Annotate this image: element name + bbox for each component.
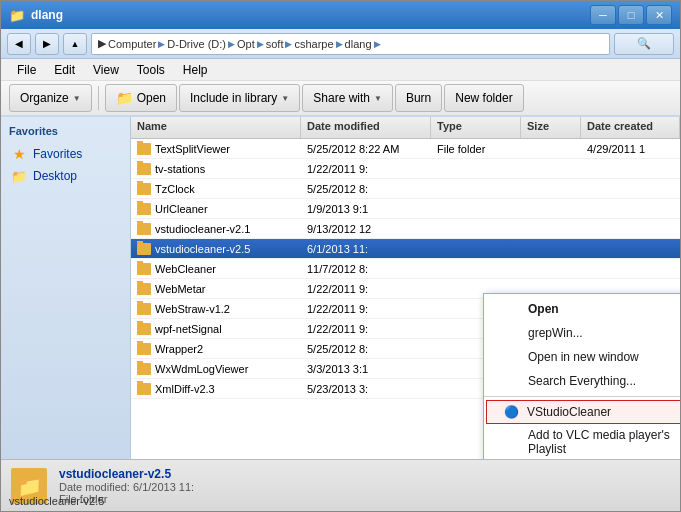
ctx-label-2: Open in new window [528,350,639,364]
file-size-3 [521,207,581,211]
new-folder-label: New folder [455,91,512,105]
ctx-icon-4: 🔵 [503,404,519,420]
context-menu-item-5[interactable]: Add to VLC media player's Playlist [484,424,680,459]
ctx-icon-empty-1 [504,325,520,341]
file-size-4 [521,227,581,231]
menu-file[interactable]: File [9,61,44,79]
file-date-5: 6/1/2013 11: [301,241,431,257]
up-button[interactable]: ▲ [63,33,87,55]
file-list-header: Name Date modified Type Size Date create… [131,117,680,139]
sidebar-item-favorites[interactable]: ★ Favorites [7,143,124,165]
breadcrumb-item[interactable]: ▶ [98,37,106,50]
breadcrumb-sep1: ▶ [158,39,165,49]
main-area: Favorites ★ Favorites 📁 Desktop Name Dat… [1,117,680,459]
organize-button[interactable]: Organize ▼ [9,84,92,112]
col-header-type[interactable]: Type [431,117,521,138]
folder-icon-4 [137,223,151,235]
file-size-1 [521,167,581,171]
context-menu-item-4[interactable]: 🔵VStudioCleaner [486,400,680,424]
minimize-button[interactable]: ─ [590,5,616,25]
menu-view[interactable]: View [85,61,127,79]
file-created-4 [581,227,680,231]
folder-icon-9 [137,323,151,335]
col-header-datecreated[interactable]: Date created [581,117,680,138]
table-row[interactable]: WebCleaner 11/7/2012 8: [131,259,680,279]
file-name-2: TzClock [155,183,195,195]
window-title: dlang [31,8,63,22]
share-with-button[interactable]: Share with ▼ [302,84,393,112]
toolbar: Organize ▼ 📁 Open Include in library ▼ S… [1,81,680,117]
new-folder-button[interactable]: New folder [444,84,523,112]
breadcrumb-dlang[interactable]: dlang [345,38,372,50]
sidebar-item-desktop[interactable]: 📁 Desktop [7,165,124,187]
include-library-arrow: ▼ [281,94,289,103]
breadcrumb[interactable]: ▶ Computer ▶ D-Drive (D:) ▶ Opt ▶ soft ▶… [91,33,610,55]
col-header-size[interactable]: Size [521,117,581,138]
file-created-5 [581,247,680,251]
menu-tools[interactable]: Tools [129,61,173,79]
context-menu: OpengrepWin...Open in new windowSearch E… [483,293,680,459]
title-bar: 📁 dlang ─ □ ✕ [1,1,680,29]
menu-edit[interactable]: Edit [46,61,83,79]
breadcrumb-drive[interactable]: D-Drive (D:) [167,38,226,50]
file-type-3 [431,207,521,211]
file-created-1 [581,167,680,171]
menu-bar: File Edit View Tools Help [1,59,680,81]
folder-icon-3 [137,203,151,215]
file-created-7 [581,287,680,291]
breadcrumb-opt[interactable]: Opt [237,38,255,50]
breadcrumb-soft[interactable]: soft [266,38,284,50]
table-row[interactable]: vstudiocleaner-v2.1 9/13/2012 12 [131,219,680,239]
folder-icon-12 [137,383,151,395]
folder-icon-1 [137,163,151,175]
col-header-name[interactable]: Name [131,117,301,138]
star-icon: ★ [11,146,27,162]
file-date-2: 5/25/2012 8: [301,181,431,197]
table-row[interactable]: vstudiocleaner-v2.5 6/1/2013 11: [131,239,680,259]
share-with-label: Share with [313,91,370,105]
file-name-1: tv-stations [155,163,205,175]
window-icon: 📁 [9,8,25,23]
breadcrumb-sep4: ▶ [285,39,292,49]
table-row[interactable]: UrlCleaner 1/9/2013 9:1 [131,199,680,219]
table-row[interactable]: TzClock 5/25/2012 8: [131,179,680,199]
breadcrumb-sep5: ▶ [336,39,343,49]
search-box[interactable]: 🔍 [614,33,674,55]
breadcrumb-sep3: ▶ [257,39,264,49]
file-list: Name Date modified Type Size Date create… [131,117,680,459]
file-type-2 [431,187,521,191]
forward-button[interactable]: ▶ [35,33,59,55]
close-button[interactable]: ✕ [646,5,672,25]
context-menu-item-3[interactable]: Search Everything... [484,369,680,393]
ctx-separator-3 [484,396,680,397]
back-button[interactable]: ◀ [7,33,31,55]
file-type-4 [431,227,521,231]
context-menu-item-0[interactable]: Open [484,297,680,321]
ctx-icon-empty-0 [504,301,520,317]
context-menu-item-1[interactable]: grepWin... [484,321,680,345]
file-size-0 [521,147,581,151]
file-created-0: 4/29/2011 1 [581,141,680,157]
table-row[interactable]: TextSplitViewer 5/25/2012 8:22 AM File f… [131,139,680,159]
breadcrumb-computer[interactable]: Computer [108,38,156,50]
ctx-label-4: VStudioCleaner [527,405,611,419]
favorites-label: Favorites [33,147,82,161]
burn-button[interactable]: Burn [395,84,442,112]
toolbar-sep1 [98,86,99,110]
status-date-label: Date modified: [59,481,130,493]
breadcrumb-csharpe[interactable]: csharpe [294,38,333,50]
context-menu-item-2[interactable]: Open in new window [484,345,680,369]
file-name-6: WebCleaner [155,263,216,275]
file-created-3 [581,207,680,211]
menu-help[interactable]: Help [175,61,216,79]
table-row[interactable]: tv-stations 1/22/2011 9: [131,159,680,179]
file-name-5: vstudiocleaner-v2.5 [155,243,250,255]
title-bar-buttons[interactable]: ─ □ ✕ [590,5,672,25]
folder-icon-5 [137,243,151,255]
file-date-9: 1/22/2011 9: [301,321,431,337]
maximize-button[interactable]: □ [618,5,644,25]
open-button[interactable]: 📁 Open [105,84,177,112]
file-date-11: 3/3/2013 3:1 [301,361,431,377]
col-header-date[interactable]: Date modified [301,117,431,138]
include-library-button[interactable]: Include in library ▼ [179,84,300,112]
